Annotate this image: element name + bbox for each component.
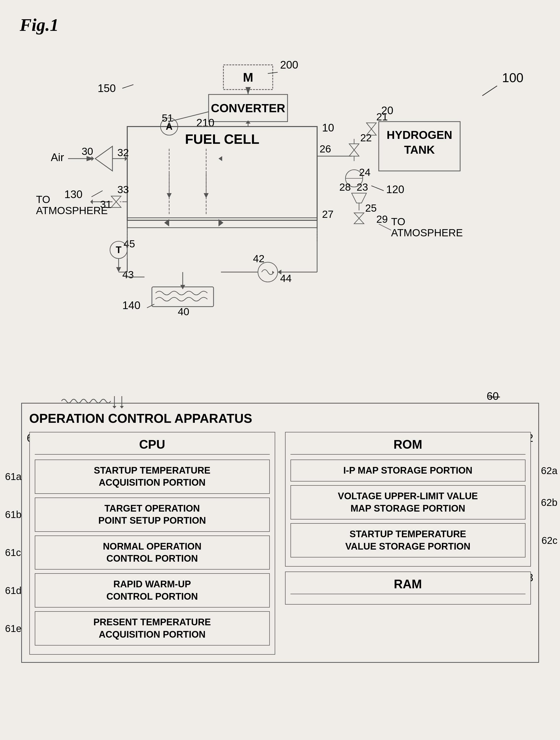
fig-label: Fig.1 [20, 15, 540, 35]
to-atm-right-1: TO [391, 216, 405, 227]
cpu-portion-61c: NORMAL OPERATIONCONTROL PORTION [35, 536, 270, 570]
ref-24: 24 [359, 167, 371, 178]
oca-title: OPERATION CONTROL APPARATUS [29, 411, 531, 426]
ref-200: 200 [280, 59, 298, 71]
ref-30: 30 [82, 146, 93, 157]
rom-box: ROM 62a I-P MAP STORAGE PORTION 62b VOLT… [285, 432, 531, 567]
ref-33: 33 [117, 184, 129, 195]
valve-25 [354, 213, 364, 224]
oca-container: 60 — OPERATION CONTROL APPARATUS 61 CPU … [21, 403, 539, 663]
cpu-section: 61 CPU 61a STARTUP TEMPERATUREACQUISITIO… [29, 432, 275, 655]
svg-marker-0 [349, 144, 359, 150]
flow-arrow-fc-in [218, 156, 222, 161]
ref-42: 42 [253, 253, 265, 264]
ref-51: 51 [162, 112, 173, 124]
cpu-portion-61a-wrap: 61a STARTUP TEMPERATUREACQUISITION PORTI… [35, 460, 270, 494]
valve-22 [349, 139, 359, 161]
control-apparatus-area: 60 — OPERATION CONTROL APPARATUS 61 CPU … [21, 403, 539, 663]
ref-27: 27 [322, 208, 334, 220]
ref-140-line [147, 304, 154, 308]
cpu-portion-61d: RAPID WARM-UPCONTROL PORTION [35, 573, 270, 608]
ref-45: 45 [123, 238, 135, 250]
oca-inner: 61 CPU 61a STARTUP TEMPERATUREACQUISITIO… [29, 432, 531, 655]
fc-arrow2 [204, 193, 209, 198]
ref-22: 22 [360, 132, 372, 144]
ref-140: 140 [122, 299, 140, 311]
svg-marker-4 [366, 123, 376, 129]
motor-label: M [243, 71, 253, 84]
separator-23 [352, 193, 366, 203]
cpu-portion-61a: STARTUP TEMPERATUREACQUISITION PORTION [35, 460, 270, 494]
converter-label: CONVERTER [211, 102, 285, 115]
rom-portion-62b-wrap: 62b VOLTAGE UPPER-LIMIT VALUEMAP STORAGE… [290, 485, 526, 520]
svg-marker-17 [120, 406, 124, 408]
ref-61c: 61c [5, 547, 21, 558]
ref-130: 130 [64, 188, 82, 200]
ref-60-dash: — [489, 390, 500, 402]
cpu-portion-61b: TARGET OPERATIONPOINT SETUP PORTION [35, 497, 270, 532]
svg-marker-6 [354, 213, 364, 218]
ref-61a: 61a [5, 471, 22, 482]
h2-tank-label2: TANK [404, 143, 435, 156]
ram-box: RAM [285, 571, 531, 605]
rad-wave2 [156, 297, 207, 301]
rom-portion-62c: STARTUP TEMPERATUREVALUE STORAGE PORTION [290, 523, 526, 557]
radiator-40 [152, 287, 213, 307]
ref-21: 21 [376, 111, 388, 122]
ref-61d: 61d [5, 585, 22, 596]
ref-10: 10 [322, 122, 334, 134]
cpu-portion-61d-wrap: 61d RAPID WARM-UPCONTROL PORTION [35, 573, 270, 608]
t45-arrow [116, 267, 121, 272]
cpu-box: CPU 61a STARTUP TEMPERATUREACQUISITION P… [29, 432, 275, 655]
rom-portion-62a: I-P MAP STORAGE PORTION [290, 460, 526, 481]
rom-portion-62a-wrap: 62a I-P MAP STORAGE PORTION [290, 460, 526, 481]
svg-marker-8 [111, 196, 121, 202]
ref-130-line [91, 191, 103, 197]
rom-portion-62b: VOLTAGE UPPER-LIMIT VALUEMAP STORAGE POR… [290, 485, 526, 520]
air-label: Air [51, 151, 64, 163]
cpu-portion-61e-wrap: 61e PRESENT TEMPERATUREACQUISITION PORTI… [35, 611, 270, 646]
atm-left-arrow [90, 199, 93, 204]
ref-31: 31 [100, 199, 112, 210]
ref-28: 28 [339, 181, 351, 193]
bottom-arrow1 [278, 270, 281, 275]
pump-wave [262, 270, 274, 275]
cpu-title: CPU [35, 437, 270, 455]
cpu-portion-61e: PRESENT TEMPERATUREACQUISITION PORTION [35, 611, 270, 646]
ref-29: 29 [376, 213, 388, 225]
svg-marker-9 [111, 202, 121, 207]
ref-23: 23 [357, 181, 368, 193]
fuel-cell-label: FUEL CELL [185, 131, 259, 147]
ref-61e: 61e [5, 623, 22, 634]
ref-62b: 62b [541, 497, 558, 508]
ram-title: RAM [290, 577, 526, 594]
ref-32: 32 [117, 147, 129, 158]
main-diagram-svg: 100 M 200 150 CONVERTER 210 FUEL CELL [21, 50, 539, 383]
temp-T: T [116, 245, 121, 255]
rom-title: ROM [290, 437, 526, 455]
compressor-30 [95, 146, 112, 171]
ref-100: 100 [502, 71, 524, 85]
ref-62c: 62c [542, 535, 558, 546]
ref-25: 25 [365, 202, 377, 214]
ref-43: 43 [122, 269, 134, 280]
ram-section: 63 RAM [285, 571, 531, 605]
cpu-portion-61b-wrap: 61b TARGET OPERATIONPOINT SETUP PORTION [35, 497, 270, 532]
svg-marker-15 [112, 406, 116, 408]
ref-100-arrow [482, 86, 497, 96]
ref-44: 44 [280, 273, 292, 284]
ref-62a: 62a [541, 465, 558, 476]
ref-120: 120 [386, 183, 404, 195]
ref-120-line [371, 186, 384, 191]
fc-arrow1 [167, 193, 172, 198]
to-atm-right-2: ATMOSPHERE [391, 227, 463, 239]
rad-wave1 [156, 291, 207, 295]
cpu-portion-61c-wrap: 61c NORMAL OPERATIONCONTROL PORTION [35, 536, 270, 570]
svg-marker-1 [349, 150, 359, 156]
ref-40: 40 [178, 306, 189, 317]
diagram-area: 100 M 200 150 CONVERTER 210 FUEL CELL [21, 50, 539, 383]
page: Fig.1 100 M 200 150 CONVERTER 210 [0, 0, 560, 740]
ref-61b: 61b [5, 509, 22, 520]
oca-connectors [62, 394, 160, 408]
ref-150: 150 [98, 82, 116, 94]
